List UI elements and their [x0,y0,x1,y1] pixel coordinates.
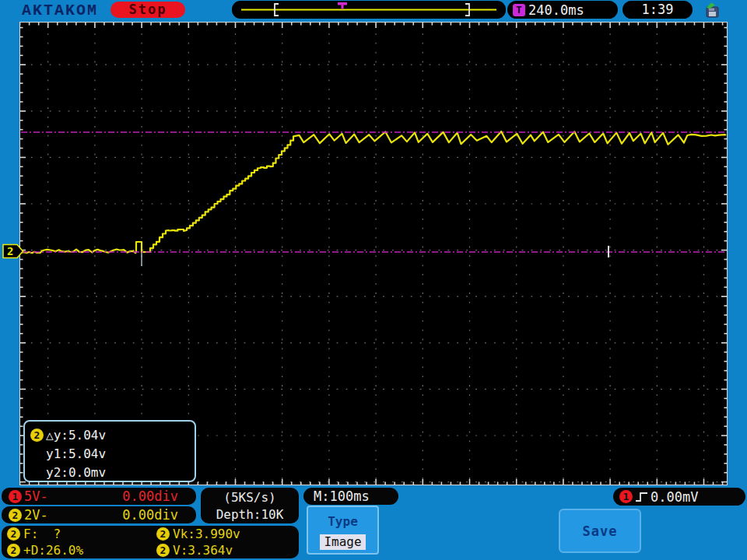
measurement-v: 2 V:3.364v [156,543,299,558]
cursor-y1-row: y1:5.04v [30,444,195,463]
channel1-position: 0.00div [122,488,178,504]
channel2-badge: 2 [156,527,170,541]
cursor-y1-value: y1:5.04v [46,446,106,461]
channel2-status: 2 2V- 0.00div [2,506,196,523]
channel1-status: 1 5V- 0.00div [2,488,196,505]
sample-rate: (5KS/s) [223,490,275,505]
channel2-badge: 2 [9,509,22,522]
trigger-position-bar[interactable] [232,1,506,19]
type-button[interactable]: Type Image [307,506,379,555]
storage-icon [703,1,721,19]
channel2-badge: 2 [7,527,20,541]
channel2-badge: 2 [156,544,170,557]
trigger-delay-readout: T 240.0ms [507,1,618,19]
channel2-waveform [22,131,726,253]
rising-edge-icon [635,490,648,504]
channel2-position-marker[interactable]: 2 [2,243,24,259]
trigger-type-icon: T [513,4,525,16]
duty-value: +D:26.0% [23,543,83,558]
channel2-position: 0.00div [122,507,178,523]
channel2-badge: 2 [30,429,44,442]
v-value: V:3.364v [173,543,233,558]
trigger-delay-value: 240.0ms [528,2,584,18]
frequency-value: F: ? [23,527,61,541]
cursor-y2-value: y2:0.0mv [46,465,106,480]
graticule-border [20,23,728,485]
channel2-badge: 2 [7,544,20,557]
clock-readout: 1:39 [622,1,693,19]
trigger-level-value: 0.00mV [651,489,698,505]
vk-value: Vk:3.990v [173,527,240,541]
channel2-marker-label: 2 [7,245,13,257]
channel1-scale: 5V- [24,488,48,504]
type-button-value: Image [320,534,365,550]
measurement-duty: 2 +D:26.0% [7,543,156,558]
measurement-vk: 2 Vk:3.990v [156,527,299,541]
waveform-display [19,22,728,485]
acquisition-state-button[interactable]: Stop [110,2,185,18]
memory-depth: Depth:10K [216,507,284,522]
cursor-delta-value: △y:5.04v [46,428,106,443]
channel1-badge: 1 [9,490,22,503]
type-button-label: Type [308,514,377,529]
trigger-status: 1 0.00mV [613,488,745,506]
save-button[interactable]: Save [559,509,641,553]
measurement-frequency: 2 F: ? [7,527,156,541]
channel2-scale: 2V- [24,507,48,523]
measurements-box: 2 F: ? 2 Vk:3.990v 2 +D:26.0% 2 V:3.364v [2,526,299,558]
scope-graticule [19,22,728,485]
cursor-readout-box: 2 △y:5.04v y1:5.04v y2:0.0mv [23,420,196,482]
sampling-status: (5KS/s) Depth:10K [201,488,299,523]
timebase-readout: M:100ms [303,488,398,505]
brand-logo: AKTAKOM [22,2,98,19]
oscilloscope-screen: AKTAKOM Stop T 240.0ms 1:39 2 2 △y:5.04v [0,0,747,560]
cursor-y2-row: y2:0.0mv [30,463,195,481]
trigger-source-badge: 1 [619,490,633,503]
cursor-delta-row: 2 △y:5.04v [30,425,195,444]
